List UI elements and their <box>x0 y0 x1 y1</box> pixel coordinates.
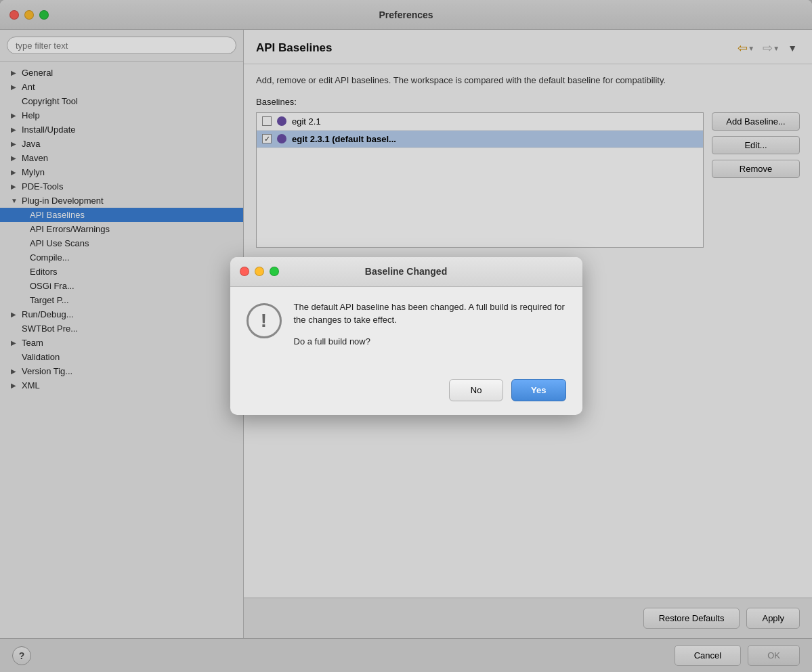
dialog-question-text: Do a full build now? <box>294 335 566 349</box>
dialog-maximize-button[interactable] <box>270 267 279 276</box>
dialog-message-text: The default API baseline has been change… <box>294 300 566 327</box>
dialog-title-bar: Baseline Changed <box>230 257 582 287</box>
dialog-body: ! The default API baseline has been chan… <box>230 287 582 370</box>
dialog-title: Baseline Changed <box>365 266 447 277</box>
dialog-minimize-button[interactable] <box>255 267 264 276</box>
dialog-close-button[interactable] <box>240 267 249 276</box>
baseline-changed-dialog: Baseline Changed ! The default API basel… <box>230 257 582 416</box>
no-button[interactable]: No <box>449 379 503 401</box>
warning-icon: ! <box>247 303 282 338</box>
yes-button[interactable]: Yes <box>511 379 565 401</box>
dialog-footer: No Yes <box>230 369 582 415</box>
dialog-overlay: Baseline Changed ! The default API basel… <box>0 0 812 672</box>
dialog-message: The default API baseline has been change… <box>294 300 566 357</box>
dialog-window-controls <box>240 267 279 276</box>
